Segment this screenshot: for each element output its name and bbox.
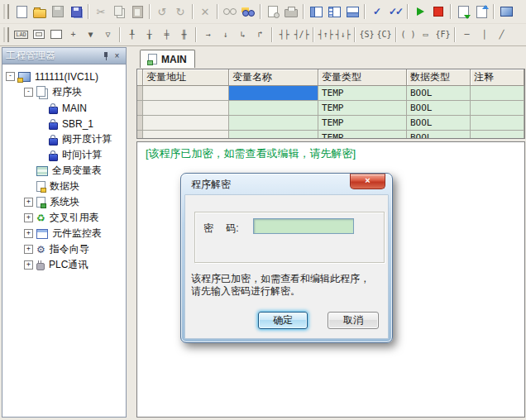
save-button[interactable] [49,2,67,21]
print-button[interactable] [282,2,300,21]
tree-item-time-calc[interactable]: 时间计算 [2,147,126,163]
column-header-data-type[interactable]: 数据类型 [407,69,471,86]
undo-button[interactable]: ↺ [153,2,171,21]
print-preview-button[interactable] [264,2,282,21]
toolbar-grip[interactable] [3,27,9,42]
append-network-button[interactable]: ▽ [99,26,117,43]
toolbar-grip[interactable] [3,4,9,19]
row-header[interactable] [137,116,143,131]
lad-view-button[interactable]: LAD [12,26,30,43]
cut-button[interactable]: ✂ [92,2,110,21]
delete-button[interactable]: ✕ [196,2,214,21]
cell-address[interactable] [143,101,229,116]
open-project-button[interactable] [31,2,49,21]
reset-coil-button[interactable]: {C} [375,26,393,43]
cell-data-type[interactable]: BOOL [407,116,471,131]
column-header-address[interactable]: 变量地址 [143,69,229,86]
tree-item-system-block[interactable]: + 系统块 [2,194,126,210]
cell-name[interactable] [229,131,318,139]
tree-item-plc-communication[interactable]: + PLC通讯 [2,257,126,273]
find-button[interactable] [221,2,239,21]
function-block-button[interactable]: ▭ [417,26,434,43]
pin-panel-button[interactable] [101,50,112,61]
cell-address[interactable] [143,116,229,131]
cell-data-type[interactable]: BOOL [407,131,471,139]
run-button[interactable] [411,2,429,21]
cell-data-type[interactable]: BOOL [407,86,471,101]
ok-button[interactable]: 确定 [258,312,308,329]
toggle-bottom-panel-button[interactable] [343,2,361,21]
line-right-button[interactable]: → [199,26,217,43]
row-header[interactable] [137,86,143,101]
tree-item-global-vars[interactable]: 全局变量表 [2,163,126,179]
tab-main[interactable]: MAIN [140,50,195,68]
column-header-var-type[interactable]: 变量类型 [318,69,407,86]
cell-name[interactable] [229,101,318,116]
paste-button[interactable] [128,2,146,21]
cell-comment[interactable] [471,116,524,131]
redo-button[interactable]: ↻ [171,2,189,21]
stop-button[interactable] [429,2,447,21]
tree-item-instruction-wizard[interactable]: + ⚙ 指令向导 [2,241,126,257]
cell-address[interactable] [143,86,229,101]
row-header[interactable] [137,101,143,116]
column-header-name[interactable]: 变量名称 [229,69,318,86]
output-coil-button[interactable]: ( ) [399,26,417,43]
tree-item-data-block[interactable]: 数据块 [2,179,126,194]
compile-button[interactable]: ✓ [368,2,386,21]
toggle-project-panel-button[interactable] [307,2,325,21]
cell-var-type[interactable]: TEMP [318,86,407,101]
expand-icon[interactable]: + [24,245,33,254]
cell-comment[interactable] [471,131,524,139]
tree-item-element-monitor-table[interactable]: + 元件监控表 [2,226,126,241]
cell-var-type[interactable]: TEMP [318,116,407,131]
tree-item-project-root[interactable]: - 111111(IVC1L) [2,69,126,84]
expand-icon[interactable]: + [24,260,33,270]
tree-item-valve-calc[interactable]: 阀开度计算 [2,131,126,147]
line-turn-up-button[interactable]: ↱ [251,26,269,43]
row-header[interactable] [137,131,143,139]
tree-item-cross-reference[interactable]: + ♻ 交叉引用表 [2,210,126,226]
cell-address[interactable] [143,131,229,139]
line-down-button[interactable]: ↓ [217,26,234,43]
dialog-close-button[interactable]: × [350,174,385,189]
special-function-button[interactable]: {F} [434,26,452,43]
contact-rising-button[interactable]: ┤↑├ [317,26,334,43]
delete-line-button[interactable]: ╱ [493,26,510,43]
vertical-line-button[interactable]: │ [476,26,493,43]
collapse-icon[interactable]: - [6,72,15,81]
append-row-button[interactable]: ╁ [141,26,158,43]
delete-cell-button[interactable]: ╫ [175,26,193,43]
password-input[interactable] [253,218,354,234]
contact-open-button[interactable]: ┤├ [275,26,293,43]
new-file-button[interactable] [12,2,31,21]
download-to-plc-button[interactable] [454,2,472,21]
expand-icon[interactable]: + [24,229,33,238]
upload-from-plc-button[interactable] [472,2,490,21]
tree-item-program-blocks[interactable]: - 程序块 [2,84,126,100]
cell-comment[interactable] [471,101,524,116]
insert-row-button[interactable]: ╀ [123,26,141,43]
network-box-button[interactable] [47,26,65,43]
cell-data-type[interactable]: BOOL [407,101,471,116]
expand-icon[interactable]: + [24,198,33,207]
monitor-button[interactable] [497,2,515,21]
cell-name-selected[interactable] [229,86,318,101]
cell-comment[interactable] [471,86,524,101]
toggle-output-panel-button[interactable] [325,2,343,21]
comment-box-button[interactable] [30,26,47,43]
expand-icon[interactable]: + [24,213,33,222]
insert-network-button[interactable]: ▼ [82,26,99,43]
find-in-project-button[interactable] [239,2,257,21]
close-panel-button[interactable]: × [112,50,122,61]
set-coil-button[interactable]: {S} [358,26,375,43]
tree-item-main[interactable]: MAIN [2,100,126,116]
tree-item-sbr1[interactable]: SBR_1 [2,116,126,131]
contact-closed-button[interactable]: ┤/├ [293,26,310,43]
cell-var-type[interactable]: TEMP [318,101,407,116]
cell-name[interactable] [229,116,318,131]
column-header-comment[interactable]: 注释 [471,69,524,86]
copy-button[interactable] [110,2,128,21]
save-all-button[interactable] [67,2,85,21]
insert-cell-button[interactable]: ╪ [158,26,175,43]
